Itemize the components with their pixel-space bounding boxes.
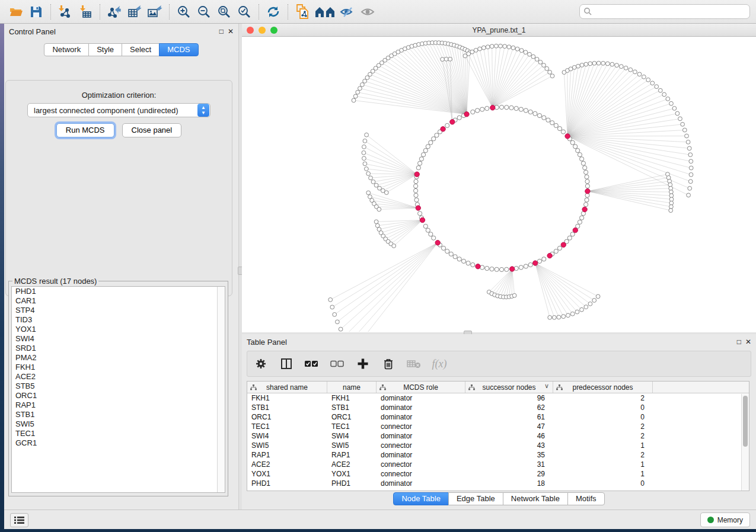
table-cell[interactable]: FKH1 [247,393,327,403]
mcds-result-item[interactable]: GCR1 [12,438,225,448]
save-session-button[interactable] [26,3,46,21]
table-cell[interactable]: STB1 [247,403,327,412]
table-cell[interactable]: dominator [377,479,465,488]
table-cell[interactable]: 1 [553,469,653,479]
table-row[interactable]: TEC1TEC1connector472 [247,422,749,431]
table-cell[interactable]: connector [377,441,465,450]
table-cell[interactable]: TEC1 [247,422,327,431]
table-row[interactable]: PHD1PHD1dominator180 [247,479,749,488]
mcds-result-item[interactable]: FKH1 [12,363,225,372]
tab-select[interactable]: Select [122,43,160,56]
mcds-result-item[interactable]: SRD1 [12,344,225,353]
zoom-in-button[interactable] [174,3,194,21]
table-cell[interactable]: 62 [465,403,553,412]
mcds-result-item[interactable]: STB5 [12,382,225,391]
table-cell[interactable]: connector [377,460,465,469]
network-canvas[interactable] [242,37,756,332]
tab-node-table[interactable]: Node Table [393,492,449,505]
table-row[interactable]: SWI4SWI4dominator462 [247,431,749,441]
tab-style[interactable]: Style [88,43,122,56]
mcds-result-item[interactable]: RAP1 [12,400,225,410]
close-panel-button[interactable]: Close panel [122,123,182,137]
table-cell[interactable]: connector [377,469,465,479]
network-window-titlebar[interactable]: YPA_prune.txt_1 [242,24,756,37]
table-cell[interactable]: 96 [465,393,553,403]
table-cell[interactable]: 43 [465,441,553,450]
optimization-criterion-select[interactable]: largest connected component (undirected)… [27,103,210,117]
table-cell[interactable]: 47 [465,422,553,431]
table-cell[interactable]: dominator [377,393,465,403]
table-cell[interactable]: 31 [465,460,553,469]
table-cell[interactable]: SWI4 [247,431,327,441]
mcds-result-item[interactable]: PHD1 [12,287,225,296]
export-network-button[interactable] [104,3,125,21]
table-settings-button[interactable] [253,356,269,371]
table-cell[interactable]: ACE2 [247,460,327,469]
tab-mcds[interactable]: MCDS [159,43,198,56]
zoom-out-button[interactable] [194,3,214,21]
zoom-fit-button[interactable] [214,3,234,21]
import-network-button[interactable] [55,3,75,21]
delete-column-button[interactable] [381,356,396,371]
mcds-result-item[interactable]: STB1 [12,410,225,419]
column-header-predecessor-nodes[interactable]: predecessor nodes [553,382,653,393]
add-column-button[interactable] [355,356,371,371]
column-header-successor-nodes[interactable]: successor nodes∨ [465,382,553,393]
column-header-shared-name[interactable]: shared name [247,382,327,393]
table-cell[interactable]: STB1 [327,403,377,412]
export-image-button[interactable] [145,3,165,21]
scrollbar-thumb[interactable] [743,396,748,447]
table-cell[interactable]: 18 [465,479,553,488]
table-cell[interactable]: TEC1 [327,422,377,431]
first-neighbors-button[interactable] [312,3,337,21]
table-cell[interactable]: YOX1 [327,469,377,479]
table-cell[interactable]: PHD1 [247,479,327,488]
mcds-result-item[interactable]: TEC1 [12,429,225,438]
delete-table-button[interactable] [406,356,422,371]
table-cell[interactable]: 35 [465,450,553,460]
table-cell[interactable]: 2 [553,431,653,441]
new-network-from-selection-button[interactable] [292,3,312,21]
table-row[interactable]: SWI5SWI5connector431 [247,441,749,450]
mcds-result-item[interactable]: SWI5 [12,419,225,429]
table-cell[interactable]: PHD1 [327,479,377,488]
table-cell[interactable]: 1 [553,460,653,469]
table-cell[interactable]: 46 [465,431,553,441]
table-cell[interactable]: 2 [553,450,653,460]
table-cell[interactable]: ACE2 [327,460,377,469]
table-row[interactable]: STB1STB1dominator620 [247,403,749,412]
table-row[interactable]: RAP1RAP1dominator352 [247,450,749,460]
table-cell[interactable]: ORC1 [247,412,327,422]
tab-motifs[interactable]: Motifs [567,492,605,505]
table-cell[interactable]: ORC1 [327,412,377,422]
hide-selected-button[interactable] [337,3,358,21]
table-cell[interactable]: dominator [377,450,465,460]
table-row[interactable]: ORC1ORC1dominator610 [247,412,749,422]
table-cell[interactable]: 1 [553,441,653,450]
mcds-result-item[interactable]: CAR1 [12,296,225,306]
table-cell[interactable]: 61 [465,412,553,422]
table-cell[interactable]: RAP1 [327,450,377,460]
mcds-result-item[interactable]: ORC1 [12,391,225,400]
zoom-selected-button[interactable] [234,3,254,21]
deselect-all-rows-button[interactable] [330,356,345,371]
table-cell[interactable]: connector [377,422,465,431]
close-panel-icon[interactable]: ✕ [745,338,751,345]
table-row[interactable]: YOX1YOX1connector291 [247,469,749,479]
close-panel-icon[interactable]: ✕ [228,28,234,35]
tab-edge-table[interactable]: Edge Table [448,492,503,505]
mcds-result-item[interactable]: ACE2 [12,372,225,382]
column-header-name[interactable]: name [327,382,377,393]
table-cell[interactable]: SWI5 [327,441,377,450]
column-header-MCDS-role[interactable]: MCDS role [377,382,465,393]
table-cell[interactable]: 0 [553,479,653,488]
open-session-button[interactable] [6,3,26,21]
mcds-result-item[interactable]: TID3 [12,315,225,325]
table-cell[interactable]: FKH1 [327,393,377,403]
table-row[interactable]: ACE2ACE2connector311 [247,460,749,469]
table-cell[interactable]: dominator [377,412,465,422]
memory-button[interactable]: Memory [700,512,750,527]
import-table-button[interactable] [75,3,95,21]
float-panel-icon[interactable]: □ [219,28,224,35]
show-all-button[interactable] [358,3,378,21]
